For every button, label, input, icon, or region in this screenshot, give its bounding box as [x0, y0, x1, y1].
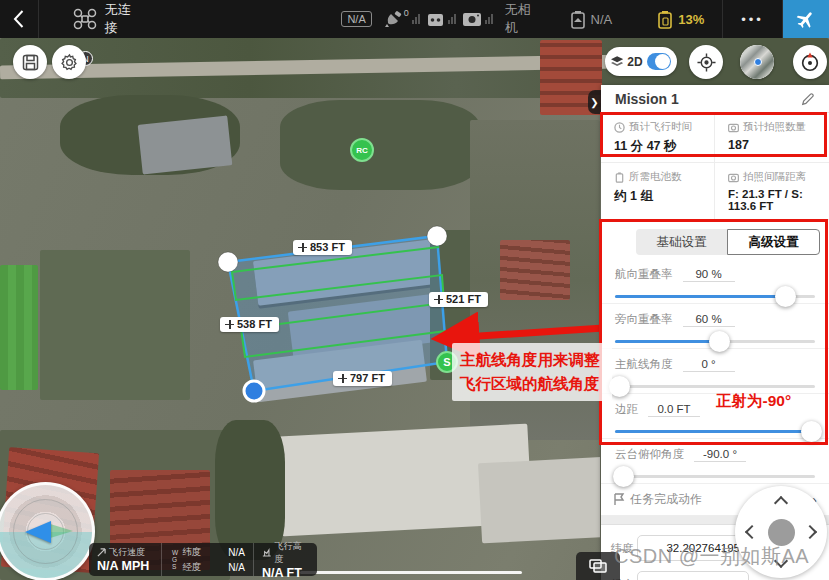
- slider-gimbal-pitch: 云台俯仰角度-90.0 °: [601, 439, 829, 484]
- minimap-button[interactable]: [740, 45, 774, 79]
- locate-me-button[interactable]: [689, 45, 723, 79]
- rc-location-marker: RC: [350, 138, 374, 162]
- annotation-ortho-note: 正射为-90°: [716, 391, 791, 412]
- edit-pencil-icon[interactable]: [801, 92, 815, 106]
- attitude-compass: [0, 482, 95, 580]
- move-cross-icon: [434, 295, 443, 304]
- back-chevron-icon: [13, 10, 24, 28]
- flight-mode-badge: N/A: [341, 11, 371, 27]
- compass-reset-button[interactable]: [793, 45, 827, 79]
- camera-signal-icon: [462, 11, 482, 27]
- map-terrain: [138, 115, 233, 174]
- map-terrain: [280, 100, 480, 190]
- map-terrain: [500, 240, 570, 300]
- speed-arrow-icon: [97, 548, 106, 557]
- satellite-count: 0: [404, 8, 409, 18]
- save-mission-button[interactable]: [13, 45, 47, 79]
- stat-batteries-needed: 所需电池数 约 1 组: [601, 163, 715, 220]
- annotation-box-stats: [600, 112, 827, 157]
- settings-button[interactable]: [52, 45, 86, 79]
- telemetry-speed: 飞行速度 N/A MPH: [89, 543, 161, 576]
- nudge-up-button[interactable]: [774, 496, 788, 510]
- drone-icon: [73, 8, 97, 30]
- telemetry-altitude: 飞行高度 N/A FT: [253, 543, 317, 576]
- gimbal-pitch-slider[interactable]: [615, 475, 815, 478]
- dpad-center-button[interactable]: [768, 519, 795, 546]
- flag-icon: [613, 493, 625, 506]
- wgs-label: WGS: [170, 546, 178, 573]
- map-scale-bar: [300, 571, 522, 574]
- longitude-input[interactable]: [637, 571, 749, 580]
- stat-photo-interval: 拍照间隔距离 F: 21.3 FT / S: 113.6 FT: [715, 163, 829, 220]
- aircraft-battery-icon: [570, 10, 586, 29]
- airplane-icon: [795, 8, 817, 30]
- map-terrain: [478, 457, 612, 544]
- toggle-knob: [655, 54, 670, 69]
- app-window: 853 FT 521 FT 538 FT 797 FT S RC 无连接 N/A…: [0, 0, 829, 580]
- more-menu-button[interactable]: •••: [723, 12, 782, 27]
- aircraft-heading-arrow: [25, 521, 51, 543]
- camera-status: 无相机: [505, 1, 542, 37]
- gps-signal-bars-icon: [412, 14, 420, 24]
- nudge-right-button[interactable]: [803, 525, 817, 539]
- rc-battery-value: 13%: [678, 12, 704, 27]
- mission-header: Mission 1: [601, 85, 829, 113]
- move-cross-icon: [225, 320, 234, 329]
- connection-status: 无连接: [105, 1, 142, 37]
- layers-icon: [611, 55, 623, 68]
- map-mode-label: 2D: [627, 55, 642, 69]
- satellite-icon: [384, 10, 404, 28]
- watermark: CSDN @一别如斯AA: [614, 543, 829, 570]
- mission-title: Mission 1: [615, 91, 679, 107]
- edge-distance-label: 853 FT: [293, 240, 352, 255]
- camera-icon: [728, 172, 739, 183]
- telemetry-position: WGS 纬度N/A 经度N/A: [161, 543, 253, 576]
- map-terrain: [40, 250, 190, 400]
- panel-collapse-handle[interactable]: ❯: [588, 90, 601, 114]
- layers-stack-icon: [588, 558, 608, 574]
- aircraft-battery-value: N/A: [591, 12, 613, 27]
- status-bar: 无连接 N/A 0 无相机 N/A 13% •••: [0, 0, 829, 38]
- back-button[interactable]: [0, 0, 38, 38]
- gear-icon: [60, 53, 79, 72]
- edge-distance-label: 538 FT: [220, 317, 279, 332]
- slider-knob[interactable]: [613, 466, 634, 487]
- annotation-box-sliders: [599, 219, 828, 445]
- altitude-icon: [262, 548, 272, 557]
- annotation-route-angle-note: 主航线角度用来调整 飞行区域的航线角度: [452, 343, 612, 401]
- camera-signal-bars-icon: [485, 14, 493, 24]
- crosshair-icon: [697, 53, 716, 72]
- compass-north-icon: [799, 51, 821, 73]
- map-mode-toggle[interactable]: 2D: [605, 47, 677, 76]
- rc-signal-bars-icon: [448, 14, 456, 24]
- takeoff-button[interactable]: [783, 0, 829, 38]
- map-terrain: [0, 265, 38, 390]
- move-cross-icon: [298, 243, 307, 252]
- 2d-toggle-switch[interactable]: [647, 53, 671, 70]
- minimap-thumbnail: [740, 45, 774, 79]
- move-cross-icon: [338, 374, 347, 383]
- chevron-right-icon: ❯: [590, 97, 598, 108]
- save-icon: [22, 54, 39, 71]
- gimbal-pitch-value[interactable]: -90.0 °: [694, 448, 746, 462]
- nudge-left-button[interactable]: [745, 525, 759, 539]
- edge-distance-label: 797 FT: [333, 371, 392, 386]
- telemetry-bar: 飞行速度 N/A MPH WGS 纬度N/A 经度N/A 飞行高度 N/A FT: [89, 543, 317, 576]
- divider: [38, 0, 39, 38]
- rc-battery-icon: [657, 10, 673, 29]
- edge-distance-label: 521 FT: [429, 292, 488, 307]
- battery-icon: [614, 172, 625, 183]
- remote-controller-icon: [426, 11, 445, 28]
